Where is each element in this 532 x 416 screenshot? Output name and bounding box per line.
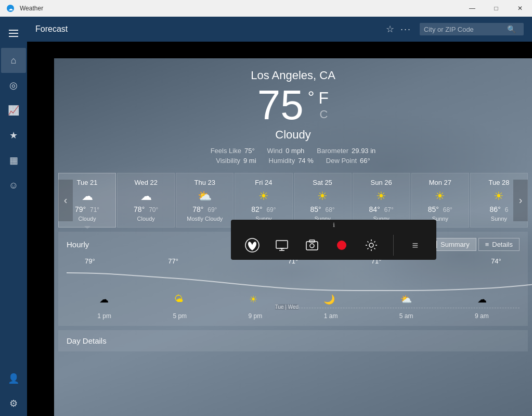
wind-label: Wind <box>267 147 283 155</box>
day2-icon: ☁ <box>121 190 171 203</box>
maximize-button[interactable]: □ <box>484 0 508 17</box>
svg-rect-9 <box>309 240 315 242</box>
menu-icon: ≡ <box>412 239 418 251</box>
minimize-button[interactable]: — <box>460 0 484 17</box>
barometer-label: Barometer <box>317 147 348 155</box>
app-container: ⌂ ◎ 📈 ★ ▦ ☺ 👤 ⚙ Forecast ☆ ··· 🔍 Los Ang… <box>0 17 532 416</box>
record-dot <box>337 241 346 250</box>
svg-rect-3 <box>276 241 288 248</box>
day7-hi: 85° <box>428 205 439 213</box>
fahrenheit-unit[interactable]: F <box>319 89 329 108</box>
main-content: Los Angeles, CA 75 ° F C Cloudy Feels Li… <box>54 58 532 416</box>
hourly-times-row: 1 pm 5 pm 9 pm 1 am 5 am 9 am <box>67 312 520 320</box>
divider-label: Tue | Wed <box>275 304 299 310</box>
search-icon[interactable]: 🔍 <box>507 25 516 33</box>
details-label: Details <box>492 241 513 248</box>
day1-hi: 79° <box>75 205 86 213</box>
gamebar-settings-button[interactable] <box>361 235 382 256</box>
screen-icon <box>275 238 289 252</box>
hourly-icon-1: ☁ <box>99 294 109 305</box>
day2-name: Wed 22 <box>121 179 171 186</box>
xbox-icon <box>245 238 259 253</box>
sidebar-item-settings[interactable]: ⚙ <box>1 391 26 416</box>
forecast-next-button[interactable]: › <box>513 180 528 221</box>
forecast-day-3[interactable]: Thu 23 ⛅ 78° 69° Mostly Cloudy <box>176 173 233 228</box>
info-icon[interactable]: ℹ <box>333 222 335 229</box>
game-bar-icons: ≡ <box>231 231 436 260</box>
svg-rect-7 <box>306 242 318 250</box>
day3-hi: 78° <box>192 205 203 213</box>
degree-symbol: ° <box>308 84 315 107</box>
day4-lo: 69° <box>266 206 276 213</box>
time-5pm: 5 pm <box>173 312 187 320</box>
day4-name: Fri 24 <box>238 179 289 186</box>
time-1am: 1 am <box>324 312 338 320</box>
barometer-value: 29.93 in <box>352 147 375 155</box>
more-options-button[interactable]: ··· <box>400 24 411 35</box>
day5-temps: 85° 68° <box>297 205 348 213</box>
day5-hi: 85° <box>310 205 321 213</box>
sidebar: ⌂ ◎ 📈 ★ ▦ ☺ 👤 ⚙ <box>0 17 27 416</box>
sidebar-item-favorites[interactable]: ★ <box>1 123 26 148</box>
hamburger-menu[interactable] <box>1 21 26 46</box>
gamebar-menu-button[interactable]: ≡ <box>405 235 425 256</box>
forecast-prev-button[interactable]: ‹ <box>58 180 73 221</box>
dew-point-value: 66° <box>360 157 370 165</box>
svg-point-8 <box>310 244 314 248</box>
temperature-row: 75 ° F C <box>54 84 532 126</box>
day2-cond: Cloudy <box>121 216 171 222</box>
day5-lo: 68° <box>326 206 335 213</box>
feels-like: Feels Like 75° <box>211 147 255 155</box>
hourly-chart: 79° 77° 71° 71° 74° <box>67 257 520 320</box>
day1-lo: 71° <box>90 206 99 213</box>
search-box[interactable]: 🔍 <box>420 23 524 35</box>
summary-label: Summary <box>440 241 470 248</box>
record-button[interactable] <box>331 235 352 256</box>
day3-temps: 78° 69° <box>179 205 230 213</box>
day3-cond: Mostly Cloudy <box>179 216 230 222</box>
titlebar: ☁ Weather — □ ✕ <box>0 0 532 17</box>
screenshot-button[interactable] <box>302 235 322 256</box>
visibility-label: Visibility <box>216 157 240 165</box>
titlebar-title: Weather <box>20 5 43 12</box>
feels-like-value: 75° <box>244 147 255 155</box>
game-bar: ℹ <box>231 220 436 260</box>
day7-lo: 68° <box>443 206 452 213</box>
xbox-button[interactable] <box>242 235 263 256</box>
day6-hi: 84° <box>369 205 380 213</box>
weather-description: Cloudy <box>54 128 532 142</box>
temperature-value: 75 <box>257 84 304 126</box>
day8-lo: 6 <box>505 206 509 213</box>
detail-row-1: Feels Like 75° Wind 0 mph Barometer 29.9… <box>211 147 376 155</box>
celsius-unit[interactable]: C <box>319 108 329 121</box>
sidebar-item-account[interactable]: 👤 <box>1 366 26 391</box>
sidebar-item-maps[interactable]: ▦ <box>1 148 26 173</box>
app-icon: ☁ <box>6 4 15 12</box>
humidity-label: Humidity <box>269 157 295 165</box>
day-divider: Tue | Wed <box>275 308 520 308</box>
sidebar-item-news[interactable]: ◎ <box>1 73 26 98</box>
screen-capture-button[interactable] <box>271 235 292 256</box>
gear-icon <box>365 238 378 252</box>
day6-temps: 84° 67° <box>356 205 407 213</box>
time-9am: 9 am <box>475 312 489 320</box>
header-title: Forecast <box>35 24 386 34</box>
visibility-value: 9 mi <box>243 157 256 165</box>
hourly-icon-6: ☁ <box>477 294 487 305</box>
favorite-button[interactable]: ☆ <box>386 23 394 35</box>
close-button[interactable]: ✕ <box>508 0 532 17</box>
day5-icon: ☀ <box>297 190 348 203</box>
day7-temps: 85° 68° <box>415 205 465 213</box>
forecast-day-2[interactable]: Wed 22 ☁ 78° 70° Cloudy <box>117 173 175 228</box>
search-input[interactable] <box>424 26 507 33</box>
sidebar-item-home[interactable]: ⌂ <box>1 48 26 73</box>
day-details-title: Day Details <box>67 336 520 345</box>
sidebar-item-life[interactable]: ☺ <box>1 173 26 198</box>
table-icon: ≡ <box>485 241 489 248</box>
day8-hi: 86° <box>490 205 501 213</box>
day3-icon: ⛅ <box>179 190 230 203</box>
sidebar-item-historical[interactable]: 📈 <box>1 98 26 123</box>
humidity-value: 74 % <box>298 157 314 165</box>
hourly-icons-row: ☁ 🌤 ☀ 🌙 ⛅ ☁ <box>67 294 520 305</box>
details-tab[interactable]: ≡ Details <box>478 238 520 251</box>
